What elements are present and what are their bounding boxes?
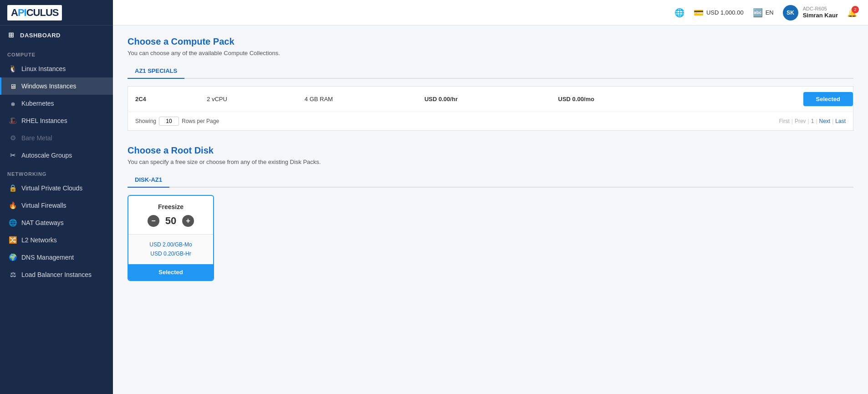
autoscale-icon: ✂ bbox=[9, 151, 17, 159]
compute-selected-button[interactable]: Selected bbox=[803, 92, 853, 106]
pagination-first[interactable]: First bbox=[779, 118, 789, 124]
translate-icon: 🔤 bbox=[753, 8, 763, 18]
pagination-row: Showing Rows per Page First | Prev | 1 |… bbox=[128, 112, 853, 131]
kubernetes-icon: ⎈ bbox=[9, 99, 17, 107]
currency-label: USD 1,000.00 bbox=[706, 9, 744, 16]
pagination-left: Showing Rows per Page bbox=[135, 117, 219, 126]
sep2: | bbox=[808, 118, 809, 124]
disk-selected-button[interactable]: Selected bbox=[128, 264, 213, 280]
pagination-next[interactable]: Next bbox=[819, 118, 831, 124]
language-label: EN bbox=[766, 9, 774, 16]
autoscale-groups-label: Autoscale Groups bbox=[21, 152, 72, 159]
windows-instances-label: Windows Instances bbox=[21, 82, 77, 90]
sep4: | bbox=[832, 118, 833, 124]
windows-icon: 🖥 bbox=[9, 82, 17, 90]
rows-per-page-input[interactable] bbox=[159, 117, 179, 126]
sidebar-item-l2-networks[interactable]: 🔀 L2 Networks bbox=[0, 231, 113, 249]
sidebar: APICULUS ⊞ DASHBOARD COMPUTE 🐧 Linux Ins… bbox=[0, 0, 113, 394]
sidebar-item-autoscale-groups[interactable]: ✂ Autoscale Groups bbox=[0, 147, 113, 164]
root-disk-title: Choose a Root Disk bbox=[128, 145, 853, 156]
showing-label: Showing bbox=[135, 118, 156, 124]
root-disk-section: Choose a Root Disk You can specify a fre… bbox=[128, 145, 853, 281]
l2-networks-label: L2 Networks bbox=[21, 236, 57, 244]
virtual-firewalls-label: Virtual Firewalls bbox=[21, 202, 66, 209]
networking-section-label: NETWORKING bbox=[0, 164, 113, 179]
user-profile-item[interactable]: SK ADC-R605 Simran Kaur bbox=[783, 5, 838, 20]
sidebar-item-rhel-instances[interactable]: 🎩 RHEL Instances bbox=[0, 112, 113, 129]
compute-pack-desc: You can choose any of the available Comp… bbox=[128, 50, 853, 56]
disk-tab-bar: DISK-AZ1 bbox=[128, 173, 853, 188]
tab-disk-az1[interactable]: DISK-AZ1 bbox=[128, 173, 169, 188]
sidebar-item-bare-metal: ⚙ Bare Metal bbox=[0, 129, 113, 147]
sidebar-item-windows-instances[interactable]: 🖥 Windows Instances bbox=[0, 77, 113, 95]
sep3: | bbox=[816, 118, 817, 124]
kubernetes-label: Kubernetes bbox=[21, 100, 54, 107]
disk-price-mo: USD 2.00/GB-Mo bbox=[136, 240, 206, 249]
topbar: 🌐 💳 USD 1,000.00 🔤 EN SK ADC-R605 Simran… bbox=[113, 0, 868, 26]
wallet-icon: 💳 bbox=[694, 8, 704, 18]
pagination-right: First | Prev | 1 | Next | Last bbox=[779, 118, 846, 124]
bare-metal-icon: ⚙ bbox=[9, 134, 17, 142]
notification-bell-item[interactable]: 🔔 2 bbox=[847, 8, 857, 18]
pagination-prev[interactable]: Prev bbox=[795, 118, 806, 124]
nat-icon: 🌐 bbox=[9, 219, 17, 227]
sidebar-item-kubernetes[interactable]: ⎈ Kubernetes bbox=[0, 95, 113, 112]
sidebar-item-virtual-firewalls[interactable]: 🔥 Virtual Firewalls bbox=[0, 197, 113, 214]
sidebar-item-linux-instances[interactable]: 🐧 Linux Instances bbox=[0, 60, 113, 77]
rhel-instances-label: RHEL Instances bbox=[21, 117, 67, 124]
l2-icon: 🔀 bbox=[9, 236, 17, 244]
help-icon-item[interactable]: 🌐 bbox=[674, 8, 684, 18]
dns-icon: 🌍 bbox=[9, 253, 17, 261]
user-name: Simran Kaur bbox=[803, 12, 838, 20]
compute-pack-table: 2C4 2 vCPU 4 GB RAM USD 0.00/hr USD 0.00… bbox=[128, 86, 853, 112]
dns-management-label: DNS Management bbox=[21, 254, 74, 261]
sidebar-item-dns-management[interactable]: 🌍 DNS Management bbox=[0, 249, 113, 266]
language-item[interactable]: 🔤 EN bbox=[753, 8, 774, 18]
linux-instances-label: Linux Instances bbox=[21, 65, 66, 72]
firewall-icon: 🔥 bbox=[9, 201, 17, 210]
dashboard-nav-item[interactable]: ⊞ DASHBOARD bbox=[0, 26, 113, 45]
user-id: ADC-R605 bbox=[803, 5, 838, 12]
vpc-label: Virtual Private Clouds bbox=[21, 184, 82, 192]
dashboard-label: DASHBOARD bbox=[20, 32, 61, 39]
stepper-value: 50 bbox=[164, 215, 178, 227]
disk-price-hr: USD 0.20/GB-Hr bbox=[136, 249, 206, 258]
pack-name: 2C4 bbox=[128, 87, 200, 112]
pagination-last[interactable]: Last bbox=[835, 118, 846, 124]
disk-card-top: Freesize − 50 + bbox=[128, 196, 213, 235]
pagination-page: 1 bbox=[811, 118, 814, 124]
logo-text: APICULUS bbox=[11, 7, 58, 18]
user-info: ADC-R605 Simran Kaur bbox=[803, 5, 838, 20]
load-balancer-icon: ⚖ bbox=[9, 271, 17, 279]
disk-card-label: Freesize bbox=[136, 203, 206, 210]
compute-tab-bar: AZ1 SPECIALS bbox=[128, 64, 853, 79]
dashboard-icon: ⊞ bbox=[7, 31, 15, 39]
disk-stepper: − 50 + bbox=[136, 215, 206, 227]
table-row[interactable]: 2C4 2 vCPU 4 GB RAM USD 0.00/hr USD 0.00… bbox=[128, 87, 853, 112]
sidebar-item-load-balancer[interactable]: ⚖ Load Balancer Instances bbox=[0, 266, 113, 283]
sidebar-item-virtual-private-clouds[interactable]: 🔒 Virtual Private Clouds bbox=[0, 179, 113, 197]
stepper-plus-button[interactable]: + bbox=[182, 215, 194, 227]
user-avatar: SK bbox=[783, 5, 798, 20]
compute-pack-section: Choose a Compute Pack You can choose any… bbox=[128, 36, 853, 131]
tab-az1-specials[interactable]: AZ1 SPECIALS bbox=[128, 64, 184, 79]
compute-pack-title: Choose a Compute Pack bbox=[128, 36, 853, 47]
compute-section-label: COMPUTE bbox=[0, 45, 113, 60]
sidebar-item-nat-gateways[interactable]: 🌐 NAT Gateways bbox=[0, 214, 113, 231]
pack-ram: 4 GB RAM bbox=[297, 87, 417, 112]
rows-per-page-label: Rows per Page bbox=[182, 118, 219, 124]
globe-icon: 🌐 bbox=[674, 8, 684, 18]
nat-gateways-label: NAT Gateways bbox=[21, 219, 64, 226]
logo-box: APICULUS bbox=[7, 5, 62, 20]
pack-price-hr: USD 0.00/hr bbox=[417, 87, 551, 112]
rhel-icon: 🎩 bbox=[9, 117, 17, 125]
page-content: Choose a Compute Pack You can choose any… bbox=[113, 26, 868, 394]
user-initials: SK bbox=[786, 10, 794, 16]
stepper-minus-button[interactable]: − bbox=[148, 215, 159, 227]
sidebar-logo: APICULUS bbox=[0, 0, 113, 26]
currency-item[interactable]: 💳 USD 1,000.00 bbox=[694, 8, 744, 18]
pack-vcpu: 2 vCPU bbox=[199, 87, 297, 112]
disk-card-freesize[interactable]: Freesize − 50 + USD 2.00/GB-Mo USD 0.20/… bbox=[128, 195, 214, 281]
root-disk-desc: You can specify a free size or choose fr… bbox=[128, 159, 853, 165]
notification-badge: 2 bbox=[852, 6, 859, 13]
